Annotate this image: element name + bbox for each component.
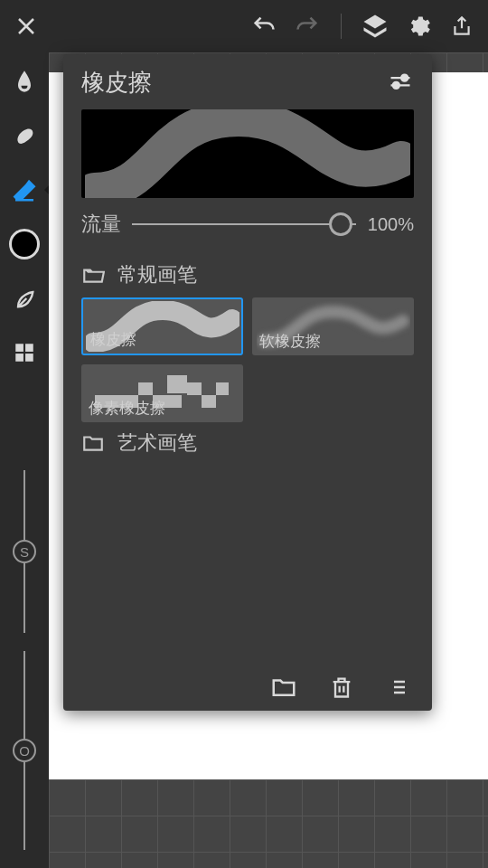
svg-rect-15	[216, 382, 229, 395]
size-slider[interactable]: S	[13, 470, 36, 633]
size-slider-handle[interactable]: S	[13, 540, 36, 563]
pen-tool-icon[interactable]	[8, 65, 41, 98]
sliders-icon[interactable]	[387, 70, 414, 97]
svg-rect-11	[167, 375, 187, 393]
opacity-slider-handle[interactable]: O	[13, 739, 36, 762]
folder-art-label: 艺术画笔	[117, 429, 197, 457]
svg-rect-14	[202, 395, 216, 408]
close-icon[interactable]	[13, 13, 40, 40]
undo-icon[interactable]	[250, 13, 277, 40]
folder-open-icon	[81, 263, 105, 287]
brush-preview	[81, 109, 414, 198]
eraser-tool-icon[interactable]	[8, 174, 41, 206]
flow-value: 100%	[367, 214, 414, 235]
smudge-tool-icon[interactable]	[8, 119, 41, 152]
eraser-panel: 橡皮擦 流量 100% 常规画笔 橡皮擦 软橡皮擦	[63, 54, 432, 711]
leaf-tool-icon[interactable]	[8, 282, 41, 315]
preset-label: 软橡皮擦	[259, 331, 321, 352]
svg-rect-3	[25, 354, 33, 362]
layers-icon[interactable]	[361, 13, 389, 40]
svg-rect-0	[15, 344, 23, 352]
preset-pixel-eraser[interactable]: 像素橡皮擦	[81, 364, 243, 422]
gear-icon[interactable]	[405, 13, 432, 40]
preset-eraser[interactable]: 橡皮擦	[81, 297, 243, 355]
preset-label: 像素橡皮擦	[89, 398, 165, 419]
preset-label: 橡皮擦	[90, 329, 136, 350]
trash-icon[interactable]	[327, 673, 356, 702]
svg-rect-12	[167, 395, 182, 408]
folder-icon	[81, 431, 105, 455]
svg-point-5	[393, 81, 399, 88]
share-icon[interactable]	[448, 13, 475, 40]
svg-rect-9	[138, 382, 153, 395]
opacity-slider[interactable]: O	[13, 651, 36, 850]
flow-slider-thumb[interactable]	[329, 212, 352, 236]
preset-soft-eraser[interactable]: 软橡皮擦	[252, 297, 414, 355]
panel-title: 橡皮擦	[81, 67, 152, 99]
svg-rect-13	[187, 382, 202, 395]
color-swatch[interactable]	[8, 228, 41, 260]
redo-icon[interactable]	[294, 13, 321, 40]
grid-tool-icon[interactable]	[8, 336, 41, 369]
menu-icon[interactable]	[385, 673, 414, 702]
flow-slider[interactable]	[132, 212, 356, 236]
separator	[341, 14, 342, 39]
folder-common-label: 常规画笔	[117, 261, 197, 288]
canvas-grid-bottom	[49, 779, 488, 868]
folder-art[interactable]: 艺术画笔	[81, 429, 414, 457]
svg-point-4	[401, 74, 408, 80]
preset-grid: 橡皮擦 软橡皮擦 像素橡皮擦	[81, 297, 414, 422]
flow-label: 流量	[81, 211, 121, 238]
folder-action-icon[interactable]	[269, 673, 298, 702]
svg-rect-1	[25, 344, 33, 352]
svg-rect-2	[15, 354, 23, 362]
top-toolbar	[0, 0, 488, 52]
folder-common[interactable]: 常规画笔	[81, 261, 414, 288]
